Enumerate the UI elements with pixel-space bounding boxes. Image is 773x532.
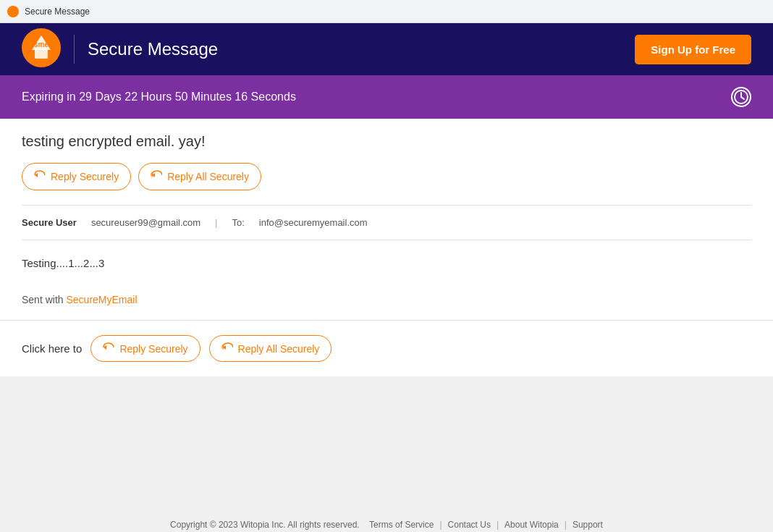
bottom-reply-all-securely-button[interactable]: Reply All Securely (209, 335, 332, 362)
sent-with-prefix: Sent with (22, 294, 66, 305)
meta-top-divider (22, 205, 751, 206)
header-title: Secure Message (88, 39, 218, 59)
meta-bottom-divider (22, 240, 751, 240)
header-divider (74, 35, 75, 64)
logo: sme (22, 28, 61, 70)
footer-sep-3: | (565, 520, 567, 530)
footer-sep-1: | (439, 520, 442, 530)
footer-terms-link[interactable]: Terms of Service (369, 520, 434, 530)
reply-all-securely-label: Reply All Securely (167, 171, 249, 182)
to-label: To: (232, 217, 244, 228)
svg-rect-2 (35, 48, 48, 59)
footer-contact-link[interactable]: Contact Us (448, 520, 491, 530)
expiry-text: Expiring in 29 Days 22 Hours 50 Minutes … (22, 90, 296, 104)
footer-copyright: Copyright © 2023 Witopia Inc. All rights… (170, 520, 360, 530)
bottom-reply-all-icon (221, 342, 233, 355)
email-body: Testing....1...2...3 (22, 255, 751, 272)
sign-up-button[interactable]: Sign Up for Free (635, 35, 751, 64)
bottom-reply-icon (103, 342, 114, 355)
browser-tab-bar: Secure Message (0, 0, 773, 23)
to-address: info@securemyemail.com (259, 217, 368, 228)
bottom-reply-securely-button[interactable]: Reply Securely (90, 335, 200, 362)
footer-sep-2: | (497, 520, 499, 530)
bottom-reply-section: Click here to Reply Securely Reply All S… (0, 320, 773, 376)
header-left: sme Secure Message (22, 28, 218, 70)
footer-links: Terms of Service | Contact Us | About Wi… (369, 520, 603, 530)
svg-line-6 (741, 97, 744, 99)
from-address: secureuser99@gmail.com (91, 217, 200, 228)
bottom-reply-securely-label: Reply Securely (119, 343, 187, 355)
reply-securely-button[interactable]: Reply Securely (22, 163, 131, 190)
bottom-reply-all-securely-label: Reply All Securely (238, 343, 320, 355)
click-here-to-label: Click here to (22, 342, 82, 355)
footer-support-link[interactable]: Support (573, 520, 603, 530)
browser-tab-title: Secure Message (25, 7, 90, 17)
secure-user-label: Secure User (22, 217, 77, 228)
header: sme Secure Message Sign Up for Free (0, 23, 773, 75)
reply-all-securely-button[interactable]: Reply All Securely (138, 163, 261, 190)
svg-text:sme: sme (34, 41, 48, 48)
reply-securely-label: Reply Securely (51, 171, 119, 182)
email-meta: Secure User secureuser99@gmail.com | To:… (22, 217, 751, 228)
email-content: testing encrypted email. yay! Reply Secu… (0, 119, 773, 320)
reply-icon (34, 169, 46, 184)
logo-icon: sme (22, 28, 61, 67)
reply-buttons-row: Reply Securely Reply All Securely (22, 163, 751, 190)
clock-icon (731, 87, 751, 107)
email-body-text: Testing....1...2...3 (22, 255, 751, 272)
expiry-banner: Expiring in 29 Days 22 Hours 50 Minutes … (0, 75, 773, 119)
footer: Copyright © 2023 Witopia Inc. All rights… (0, 507, 773, 532)
footer-about-link[interactable]: About Witopia (504, 520, 559, 530)
browser-favicon (7, 6, 19, 17)
email-sent-with: Sent with SecureMyEmail (22, 294, 751, 305)
reply-all-icon (151, 169, 162, 184)
sent-with-link[interactable]: SecureMyEmail (66, 294, 137, 305)
meta-separator: | (215, 217, 217, 228)
email-subject: testing encrypted email. yay! (22, 133, 751, 150)
